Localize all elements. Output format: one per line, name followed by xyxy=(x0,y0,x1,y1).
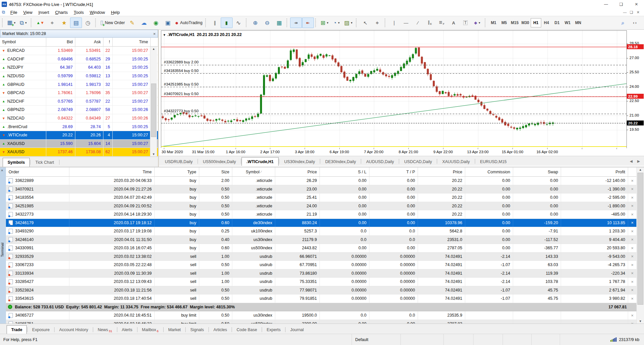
order-row[interactable]: 341835542020.04.07 20:42:49buy0.50.wticr… xyxy=(6,193,637,202)
close-position-icon[interactable]: × xyxy=(631,254,634,259)
chevron-down-icon[interactable]: ▼ xyxy=(478,21,481,24)
terminal-scrollbar[interactable]: ▲ ▼ xyxy=(636,167,644,324)
time-axis[interactable]: 30 Mar 202031 Mar 15:001 Apr 16:002 Apr … xyxy=(161,148,626,156)
order-row[interactable]: 335436152020.03.18 17:40:54sell0.50usdru… xyxy=(6,294,637,303)
orders-col-commission[interactable]: Commission xyxy=(465,167,513,176)
chart-tab-xauusddaily[interactable]: XAUUSD,Daily xyxy=(437,157,474,166)
profiles-button[interactable]: ⧉▼ xyxy=(18,17,29,28)
close-position-icon[interactable]: × xyxy=(631,212,634,217)
autotrading-button[interactable]: ●AutoTrading xyxy=(174,17,204,28)
close-position-icon[interactable]: × xyxy=(631,321,634,324)
chart-plot-area[interactable]: #33622889 buy 2.00#34183554 buy 0.50#342… xyxy=(161,30,627,148)
chart-tab-eurusdm15[interactable]: EURUSD,M15 xyxy=(475,157,511,166)
indicators-button[interactable]: ⊞▼ xyxy=(319,17,331,28)
menu-help[interactable]: Help xyxy=(108,9,123,16)
menu-window[interactable]: Window xyxy=(87,9,108,16)
terminal-tab-account-history[interactable]: Account History xyxy=(55,326,93,334)
terminal-tab-code-base[interactable]: Code Base xyxy=(232,326,261,334)
menu-tools[interactable]: Tools xyxy=(71,9,87,16)
new-order-button[interactable]: ▯+New Order xyxy=(99,17,126,28)
terminal-tab-alerts[interactable]: Alerts xyxy=(118,326,137,334)
text-button[interactable]: A xyxy=(448,17,460,28)
market-watch-row[interactable]: ▲GBPNZD2.087492.088075815:00:26 xyxy=(0,106,158,114)
order-row[interactable]: 342461402020.04.01 11:31:50buy0.40us30in… xyxy=(6,236,637,244)
bar-chart-button[interactable]: ∥ xyxy=(209,17,221,28)
close-position-icon[interactable]: × xyxy=(631,288,634,293)
close-position-icon[interactable]: × xyxy=(631,178,634,183)
menu-view[interactable]: View xyxy=(20,9,35,16)
chart-tab-wticrudeh1[interactable]: .WTICrude,H1 xyxy=(242,157,279,166)
order-row[interactable]: 332854272020.03.12 13:09:43sell1.00usdru… xyxy=(6,278,637,286)
order-row[interactable]: 343227732020.04.14 18:29:30buy0.50.wticr… xyxy=(6,210,637,219)
chart-tab-usdcaddaily[interactable]: USDCAD,Daily xyxy=(399,157,436,166)
new-chart-button[interactable]: ▦+▼ xyxy=(6,17,18,28)
chevron-down-icon[interactable]: ▼ xyxy=(350,21,353,24)
menu-insert[interactable]: Insert xyxy=(35,9,52,16)
zoom-out-button[interactable]: ⊖ xyxy=(261,17,273,28)
terminal-tab-trade[interactable]: Trade xyxy=(7,325,27,334)
orders-col-symbol[interactable]: Symbol∕ xyxy=(232,167,275,176)
market-watch-row[interactable]: ▼XAUUSD1737.461738.086215:00:27 xyxy=(0,148,158,156)
timeframe-m30-button[interactable]: M30 xyxy=(520,18,531,27)
timeframe-h4-button[interactable]: H4 xyxy=(541,18,552,27)
terminal-button[interactable]: ▤ xyxy=(70,17,82,28)
market-watch-scrollbar[interactable]: ▲ ▼ xyxy=(150,47,157,156)
orders-col-tp[interactable]: T / P xyxy=(369,167,418,176)
close-position-icon[interactable]: × xyxy=(631,203,634,208)
terminal-tab-mailbox[interactable]: Mailbox6 xyxy=(138,326,163,334)
status-profile[interactable]: Default xyxy=(352,334,401,345)
mw-col-bid[interactable]: Bid xyxy=(46,38,75,46)
order-row[interactable]: 335238242020.03.18 11:21:56sell0.50usdru… xyxy=(6,286,637,295)
mdi-restore-icon[interactable]: ❑ xyxy=(628,10,635,15)
maximize-button[interactable]: ❑ xyxy=(614,0,629,9)
trendline-button[interactable]: ∕ xyxy=(412,17,424,28)
chart-tab-de30indexdaily[interactable]: DE30Index,Daily xyxy=(321,157,360,166)
fullscreen-button[interactable]: ▣ xyxy=(162,17,174,28)
community-button[interactable]: ☁ xyxy=(138,17,150,28)
web-terminal-button[interactable]: ◉ xyxy=(150,17,162,28)
terminal-tab-journal[interactable]: Journal xyxy=(286,326,308,334)
timeframe-mn-button[interactable]: MN xyxy=(573,18,584,27)
chart-tab-us500indexdaily[interactable]: US500Index,Daily xyxy=(198,157,241,166)
tile-windows-button[interactable]: ▦ xyxy=(273,17,285,28)
close-position-icon[interactable]: × xyxy=(631,279,634,284)
shapes-button[interactable]: ◆▼ xyxy=(472,17,483,28)
close-position-icon[interactable]: × xyxy=(631,246,634,251)
market-watch-button[interactable]: ▲▼ xyxy=(34,17,46,28)
close-position-icon[interactable]: × xyxy=(631,237,634,242)
fibonacci-button[interactable]: ≣F xyxy=(436,17,448,28)
navigator-button[interactable]: ★ xyxy=(58,17,70,28)
tab-symbols[interactable]: Symbols xyxy=(3,158,30,167)
orders-col-price[interactable]: Price xyxy=(418,167,465,176)
chevron-down-icon[interactable]: ▼ xyxy=(163,33,166,37)
chart-shift-button[interactable]: ↞ xyxy=(302,17,314,28)
orders-col-profit[interactable]: Profit xyxy=(561,167,628,176)
market-watch-row[interactable]: ▼NZDCAD0.843220.843492715:00:26 xyxy=(0,114,158,123)
order-row[interactable]: 340709212020.04.09 21:27:26buy0.50.wticr… xyxy=(6,185,637,194)
timeframe-w1-button[interactable]: W1 xyxy=(562,18,573,27)
orders-col-swap[interactable]: Swap xyxy=(513,167,561,176)
chevron-down-icon[interactable]: ▼ xyxy=(25,21,27,24)
strategy-tester-button[interactable]: ◷ xyxy=(82,17,94,28)
market-watch-row[interactable]: ▲NZDUSD0.597990.598121315:00:25 xyxy=(0,72,158,81)
order-row[interactable]: 343309912020.03.16 16:07:45buy0.60us500i… xyxy=(6,244,637,253)
candlestick-button[interactable]: ▮ xyxy=(221,17,233,28)
zoom-in-button[interactable]: ⊕ xyxy=(249,17,261,28)
orders-col-order[interactable]: Order xyxy=(6,167,69,176)
line-chart-button[interactable]: ∿ xyxy=(233,17,245,28)
terminal-close-icon[interactable]: × xyxy=(1,168,3,172)
market-watch-row[interactable]: ▲NZDCHF0.577650.577872215:00:27 xyxy=(0,97,158,106)
market-watch-row[interactable]: ▲GBPAUD1.981411.981733215:00:27 xyxy=(0,80,158,89)
order-row[interactable]: 329335292020.03.02 13:38:02sell1.00usdru… xyxy=(6,253,637,261)
market-watch-titlebar[interactable]: Market Watch: 15:00:28 × xyxy=(0,30,158,38)
timeframe-m5-button[interactable]: M5 xyxy=(499,18,510,27)
terminal-tab-articles[interactable]: Articles xyxy=(209,326,231,334)
market-watch-row[interactable]: ▼EURCAD1.534691.534912215:00:27 xyxy=(0,47,158,55)
chart-tab-usdrubdaily[interactable]: USDRUB,Daily xyxy=(160,157,197,166)
order-row[interactable]: 330672332020.03.05 22:22:48sell0.50usdru… xyxy=(6,261,637,269)
orders-col-size[interactable]: Size xyxy=(199,167,232,176)
scrollbar-thumb[interactable] xyxy=(637,173,643,305)
scroll-down-icon[interactable]: ▼ xyxy=(150,153,157,156)
orders-col-price[interactable]: Price xyxy=(275,167,320,176)
market-watch-row[interactable]: ▲.BrentCrud28.6928.74515:00:25 xyxy=(0,122,158,131)
